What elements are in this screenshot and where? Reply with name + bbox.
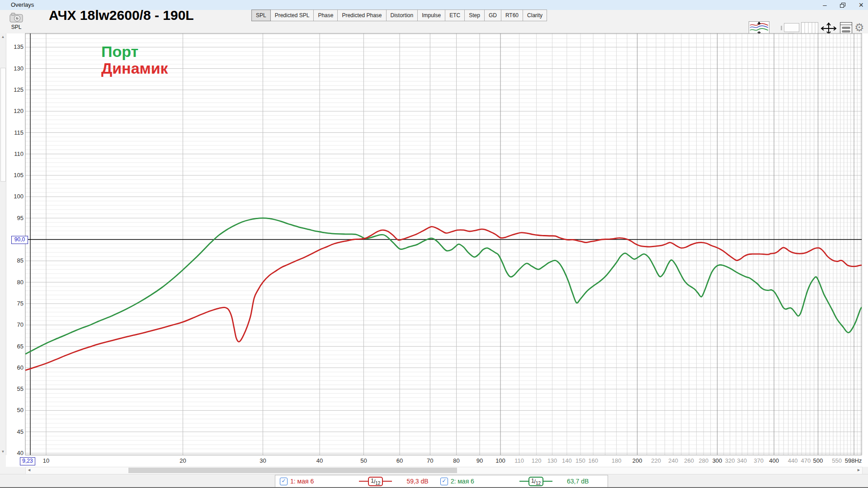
trace-line-sample [383,481,392,482]
y-axis-tick-label: 100 [7,193,24,200]
y-axis-tick-label: 95 [7,215,24,221]
y-axis-tick-label: 65 [7,343,24,350]
x-axis-tick-label: 598Hz [843,457,864,464]
smoothing-badge-2[interactable]: 1/12 [528,477,543,486]
x-axis-tick-label: 50 [353,457,374,464]
y-axis-tick-label: 110 [7,150,24,157]
y-axis-tick-label: 105 [7,172,24,178]
measurement-checkbox-1[interactable]: ✓ [280,478,288,485]
measurement-level-1: 59,3 dB [406,478,428,485]
y-axis-tick-label: 80 [7,279,24,286]
x-axis-tick-label: 180 [606,457,627,464]
trace-line-sample [519,481,528,482]
measurement-checkbox-2[interactable]: ✓ [440,478,448,485]
x-axis-tick-label: 70 [419,457,441,464]
y-axis-tick-label: 120 [7,108,24,114]
y-axis-tick-label: 55 [7,385,24,392]
scroll-right-icon[interactable]: ► [857,468,861,472]
y-axis-tick-label: 60 [7,364,24,371]
y-axis-tick-label: 40 [7,450,24,456]
y-axis-tick-label: 50 [7,407,24,413]
cursor-level-readout: 90,0 [11,236,28,244]
y-axis-tick-label: 115 [7,129,24,136]
x-axis-tick-label: 30 [252,457,274,464]
measurement-name-2: 2: мая 6 [451,478,474,485]
horizontal-scrollbar-thumb[interactable] [128,468,457,473]
x-axis-tick-label: 40 [309,457,330,464]
measurement-legend-bar: ✓1: мая 61/1259,3 dB✓2: мая 61/1263,7 dB [275,475,608,488]
measurement-name-1: 1: мая 6 [290,478,314,485]
y-axis-tick-label: 135 [7,43,24,50]
vertical-scrollbar-thumb[interactable] [0,68,6,182]
scroll-down-icon[interactable]: ▼ [0,450,5,454]
y-axis-tick-label: 70 [7,321,24,328]
smoothing-badge-1[interactable]: 1/12 [368,477,383,486]
y-axis-tick-label: 130 [7,65,24,72]
x-axis-tick-label: 60 [389,457,410,464]
scroll-up-icon[interactable]: ▲ [0,35,5,39]
y-axis-tick-label: 75 [7,300,24,307]
legend-label-port: Порт [101,43,138,60]
y-axis-tick-label: 125 [7,86,24,93]
x-axis-tick-label: 90 [469,457,491,464]
trace-line-sample [359,481,368,482]
trace-line-sample [543,481,552,482]
x-axis-tick-label: 20 [172,457,194,464]
scroll-left-icon[interactable]: ◄ [27,468,31,472]
x-axis-tick-label: 80 [446,457,467,464]
y-axis-tick-label: 45 [7,428,24,435]
measurement-level-2: 63,7 dB [567,478,589,485]
x-axis-tick-label: 160 [582,457,604,464]
y-axis-tick-label: 85 [7,257,24,264]
cursor-frequency-readout: 9,23 [20,457,35,465]
x-axis-tick-label: 10 [35,457,57,464]
legend-label-driver: Динамик [101,60,168,76]
vertical-scrollbar[interactable]: ▲ ▼ [0,33,6,455]
overlays-window: Overlays – × SPL АЧХ 18lw2600/8 - 190L S… [0,0,868,488]
